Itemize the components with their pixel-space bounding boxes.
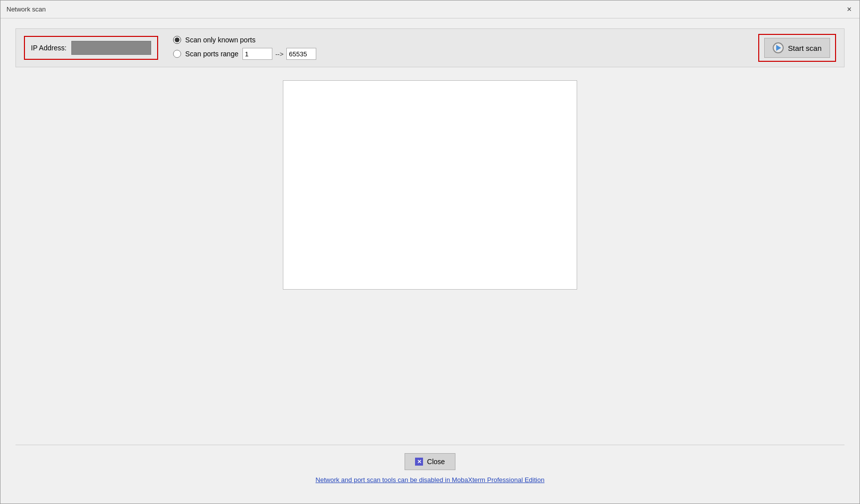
play-icon bbox=[773, 42, 784, 53]
close-x-icon: ✕ bbox=[415, 458, 423, 466]
scan-only-known-label: Scan only known ports bbox=[185, 36, 255, 44]
bottom-section: ✕ Close Network and port scan tools can … bbox=[15, 445, 845, 494]
window-content: IP Address: Scan only known ports Scan p… bbox=[0, 18, 860, 504]
ip-label: IP Address: bbox=[31, 44, 66, 52]
footer-info-link[interactable]: Network and port scan tools can be disab… bbox=[316, 476, 545, 484]
scan-ports-range-label: Scan ports range bbox=[185, 50, 238, 58]
window-close-button[interactable]: × bbox=[845, 5, 854, 13]
play-triangle bbox=[776, 45, 781, 51]
scan-ports-range-radio[interactable] bbox=[173, 50, 181, 58]
ip-input[interactable] bbox=[71, 41, 151, 55]
start-scan-label: Start scan bbox=[788, 44, 822, 52]
results-area bbox=[15, 75, 845, 445]
title-bar: Network scan × bbox=[0, 0, 860, 18]
window-title: Network scan bbox=[6, 5, 46, 13]
start-scan-button[interactable]: Start scan bbox=[764, 38, 830, 58]
scan-only-known-radio[interactable] bbox=[173, 36, 181, 44]
scan-options: Scan only known ports Scan ports range -… bbox=[173, 36, 316, 60]
scan-ports-range-row: Scan ports range --> bbox=[173, 48, 316, 60]
scan-only-known-row: Scan only known ports bbox=[173, 36, 316, 44]
close-button[interactable]: ✕ Close bbox=[405, 453, 455, 470]
start-scan-section: Start scan bbox=[758, 34, 836, 62]
results-textarea[interactable] bbox=[283, 80, 577, 290]
toolbar: IP Address: Scan only known ports Scan p… bbox=[15, 28, 845, 67]
port-from-input[interactable] bbox=[242, 48, 272, 60]
close-label: Close bbox=[427, 458, 445, 466]
ip-section: IP Address: bbox=[24, 36, 158, 60]
arrow-label: --> bbox=[275, 50, 283, 58]
network-scan-window: Network scan × IP Address: Scan only kno… bbox=[0, 0, 860, 504]
port-to-input[interactable] bbox=[286, 48, 316, 60]
port-range: --> bbox=[242, 48, 316, 60]
